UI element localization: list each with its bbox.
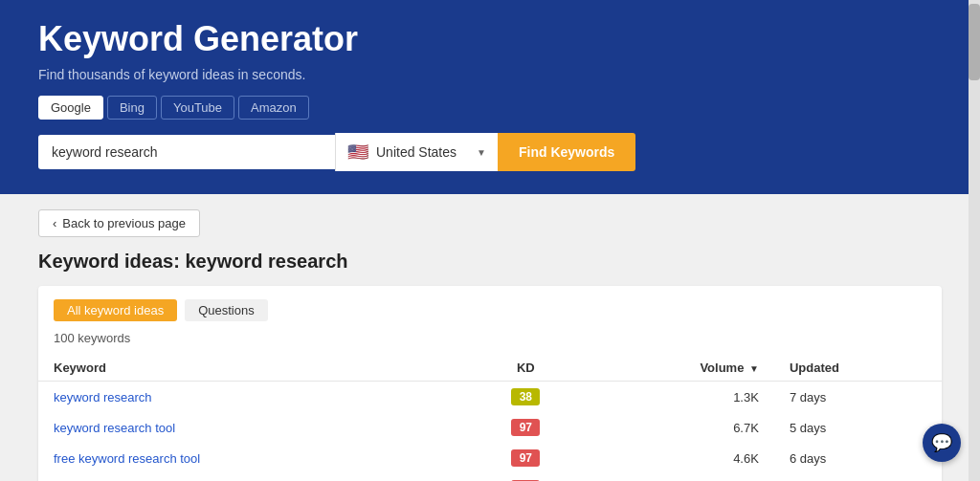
back-label: Back to previous page <box>62 216 186 230</box>
chevron-left-icon: ‹ <box>53 216 56 230</box>
table-row: best free keyword research tool 91 2.9K … <box>38 473 942 481</box>
filter-all-keywords[interactable]: All keyword ideas <box>54 299 177 321</box>
kd-badge: 97 <box>511 449 540 467</box>
tab-amazon[interactable]: Amazon <box>238 96 309 120</box>
kd-badge: 38 <box>511 388 540 405</box>
filter-tabs: All keyword ideas Questions <box>38 299 942 321</box>
find-keywords-button[interactable]: Find Keywords <box>498 133 635 171</box>
chevron-down-icon: ▼ <box>477 147 486 158</box>
table-row: free keyword research tool 97 4.6K 6 day… <box>38 443 942 473</box>
updated-cell: 6 days <box>774 443 942 473</box>
volume-cell: 6.7K <box>588 412 774 443</box>
keyword-cell[interactable]: best free keyword research tool <box>38 473 464 481</box>
kd-cell: 38 <box>464 382 588 413</box>
page-title: Keyword Generator <box>38 19 942 59</box>
keyword-table: Keyword KD Volume ▼ Updated keyword rese… <box>38 355 942 481</box>
volume-cell: 1.3K <box>588 382 774 413</box>
kd-cell: 91 <box>464 473 588 481</box>
updated-cell: 6 days <box>774 473 942 481</box>
keyword-cell[interactable]: keyword research tool <box>38 412 464 443</box>
table-row: keyword research 38 1.3K 7 days <box>38 382 942 413</box>
volume-cell: 4.6K <box>588 443 774 473</box>
engine-tabs: Google Bing YouTube Amazon <box>38 96 942 120</box>
main-content: ‹ Back to previous page Keyword ideas: k… <box>0 194 980 481</box>
filter-questions[interactable]: Questions <box>185 299 268 321</box>
results-card: All keyword ideas Questions 100 keywords… <box>38 286 942 481</box>
country-label: United States <box>376 144 457 160</box>
keyword-cell[interactable]: keyword research <box>38 382 464 413</box>
page-subtitle: Find thousands of keyword ideas in secon… <box>38 67 942 82</box>
country-selector[interactable]: 🇺🇸 United States ▼ <box>335 133 498 171</box>
back-button[interactable]: ‹ Back to previous page <box>38 209 200 237</box>
kd-cell: 97 <box>464 412 588 443</box>
tab-youtube[interactable]: YouTube <box>161 96 234 120</box>
page-header: Keyword Generator Find thousands of keyw… <box>0 0 980 194</box>
col-keyword: Keyword <box>38 355 464 382</box>
keyword-input[interactable] <box>38 135 335 169</box>
col-volume[interactable]: Volume ▼ <box>588 355 774 382</box>
results-title: Keyword ideas: keyword research <box>38 251 942 273</box>
tab-bing[interactable]: Bing <box>107 96 157 120</box>
kd-cell: 97 <box>464 443 588 473</box>
table-row: keyword research tool 97 6.7K 5 days <box>38 412 942 443</box>
sort-arrow-icon: ▼ <box>749 363 759 374</box>
chat-bubble[interactable]: 💬 <box>923 424 961 462</box>
country-flag: 🇺🇸 <box>347 142 368 163</box>
col-updated: Updated <box>774 355 942 382</box>
volume-cell: 2.9K <box>588 473 774 481</box>
chat-icon: 💬 <box>931 432 952 453</box>
search-row: 🇺🇸 United States ▼ Find Keywords <box>38 133 942 171</box>
tab-google[interactable]: Google <box>38 96 103 120</box>
keyword-cell[interactable]: free keyword research tool <box>38 443 464 473</box>
col-kd: KD <box>464 355 588 382</box>
keyword-count: 100 keywords <box>38 331 942 345</box>
table-header-row: Keyword KD Volume ▼ Updated <box>38 355 942 382</box>
scrollbar-thumb[interactable] <box>969 4 980 80</box>
kd-badge: 97 <box>511 419 540 436</box>
scrollbar[interactable] <box>969 0 980 481</box>
updated-cell: 5 days <box>774 412 942 443</box>
updated-cell: 7 days <box>774 382 942 413</box>
